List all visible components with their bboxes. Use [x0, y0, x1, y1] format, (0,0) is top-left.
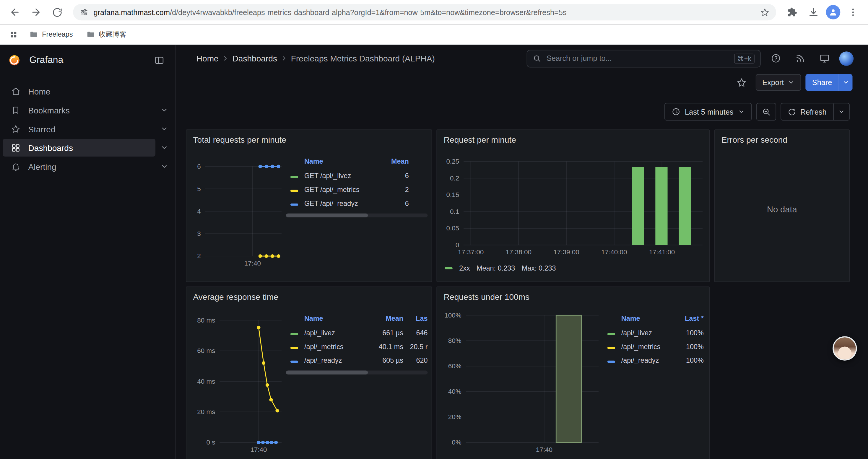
legend-series-name: GET /api/_readyz — [304, 199, 373, 207]
bookmark-item-freeleaps[interactable]: Freeleaps — [24, 27, 78, 42]
back-button[interactable] — [6, 3, 25, 22]
svg-text:40%: 40% — [448, 388, 462, 395]
panel-requests-under-100ms: Requests under 100ms 100%80%60%40%20%0%1… — [436, 287, 710, 459]
breadcrumb-home[interactable]: Home — [196, 54, 219, 63]
browser-profile-avatar[interactable] — [826, 5, 840, 20]
sidebar-item-alerting[interactable]: Alerting — [0, 157, 176, 176]
site-controls-icon[interactable] — [80, 8, 89, 17]
legend-row[interactable]: /api/_livez661 µs646 — [286, 326, 428, 340]
sidebar-item-bookmarks[interactable]: Bookmarks — [0, 101, 176, 120]
panel-title[interactable]: Requests under 100ms — [444, 292, 529, 302]
legend-column-header[interactable]: Name — [621, 315, 668, 322]
sidebar-brand: Grafana — [0, 45, 176, 75]
legend-scrollbar[interactable] — [286, 214, 428, 218]
legend-series-name: GET /api/_livez — [304, 172, 373, 179]
legend-column-header[interactable]: Name — [304, 158, 373, 165]
sidebar-collapse-icon[interactable] — [152, 53, 167, 67]
svg-text:20 ms: 20 ms — [197, 408, 215, 416]
chevron-down-icon[interactable] — [160, 106, 168, 114]
legend-column-header[interactable]: Name — [304, 315, 367, 322]
share-dropdown-icon[interactable] — [839, 74, 852, 91]
url-path: /d/deytv4rwavabkb/freeleaps-metrics-dash… — [170, 8, 567, 16]
refresh-button-group: Refresh — [780, 103, 850, 121]
svg-text:40 ms: 40 ms — [197, 378, 215, 385]
folder-icon — [86, 30, 95, 39]
legend-row[interactable]: /api/_readyz100% — [603, 354, 706, 367]
address-bar[interactable]: grafana.mathmast.com/d/deytv4rwavabkb/fr… — [73, 4, 776, 21]
legend-series-name[interactable]: 2xx — [459, 264, 470, 272]
zoom-out-button[interactable] — [756, 103, 776, 121]
browser-menu-icon[interactable] — [844, 3, 863, 22]
svg-text:17:38:00: 17:38:00 — [505, 249, 531, 256]
chevron-down-icon[interactable] — [160, 125, 168, 133]
user-avatar[interactable] — [839, 51, 854, 66]
svg-text:80%: 80% — [448, 337, 462, 345]
legend-row[interactable]: GET /api/_readyz6 — [286, 196, 428, 210]
refresh-button[interactable]: Refresh — [781, 103, 833, 120]
assistant-avatar-button[interactable] — [833, 336, 857, 360]
no-data-message: No data — [715, 130, 849, 282]
svg-text:0 s: 0 s — [206, 438, 215, 446]
legend-series-name: /api/_metrics — [621, 342, 668, 350]
breadcrumb-dashboards[interactable]: Dashboards — [232, 54, 277, 63]
sidebar-item-starred[interactable]: Starred — [0, 119, 176, 138]
legend-value: 6 — [373, 199, 409, 207]
favorite-star-icon[interactable] — [733, 73, 751, 92]
sidebar-item-label: Bookmarks — [28, 105, 69, 115]
panel-title[interactable]: Total requests per minute — [193, 135, 286, 144]
downloads-icon[interactable] — [804, 3, 823, 22]
legend-header: NameMeanLas — [286, 311, 428, 326]
legend-column-header[interactable]: Mean — [367, 315, 403, 322]
legend-row[interactable]: /api/_readyz605 µs620 — [286, 354, 428, 367]
legend-series-name: /api/_livez — [621, 329, 668, 336]
reload-button[interactable] — [48, 3, 66, 22]
chevron-down-icon[interactable] — [160, 144, 168, 152]
legend-column-header[interactable]: Las — [403, 315, 428, 322]
search-box[interactable]: ⌘+k — [527, 50, 761, 67]
avg-response-time-chart[interactable]: 80 ms60 ms40 ms20 ms0 s17:40 — [191, 307, 285, 457]
requests-under-100ms-chart[interactable]: 100%80%60%40%20%0%17:40 — [441, 307, 602, 457]
total-requests-chart[interactable]: 6543217:40 — [191, 150, 285, 278]
legend-column-header[interactable]: Mean — [373, 158, 409, 165]
svg-text:17:41:00: 17:41:00 — [649, 249, 675, 256]
home-icon — [11, 87, 20, 96]
search-input[interactable] — [546, 54, 730, 63]
legend-value: 646 — [403, 329, 428, 336]
legend-scrollbar[interactable] — [286, 371, 428, 374]
grafana-header: Home Dashboards Freeleaps Metrics Dashbo… — [176, 45, 868, 72]
monitor-icon[interactable] — [815, 49, 834, 68]
bookmark-star-icon[interactable] — [760, 7, 770, 17]
rss-icon[interactable] — [790, 49, 809, 68]
dashboard-grid: Total requests per minute 6543217:40 Nam… — [176, 121, 868, 459]
legend-value: 100% — [668, 329, 704, 336]
help-icon[interactable] — [766, 49, 785, 68]
panel-title[interactable]: Request per minute — [444, 135, 516, 144]
legend-row[interactable]: GET /api/_metrics2 — [286, 183, 428, 196]
legend-row[interactable]: GET /api/_livez6 — [286, 169, 428, 183]
legend-row[interactable]: /api/_livez100% — [603, 326, 706, 340]
grafana-app: Grafana Home Bookmarks — [0, 45, 868, 459]
apps-grid-icon[interactable] — [6, 27, 21, 42]
chevron-down-icon[interactable] — [160, 163, 168, 170]
main-content: Home Dashboards Freeleaps Metrics Dashbo… — [176, 45, 868, 459]
legend-row[interactable]: /api/_metrics40.1 ms20.5 r — [286, 340, 428, 354]
svg-text:100%: 100% — [444, 312, 461, 319]
sidebar-item-home[interactable]: Home — [0, 82, 176, 101]
sidebar-item-dashboards[interactable]: Dashboards — [0, 138, 176, 157]
legend-row[interactable]: /api/_metrics100% — [603, 340, 706, 354]
star-icon — [11, 124, 20, 133]
forward-button[interactable] — [27, 3, 45, 22]
export-button[interactable]: Export — [756, 74, 801, 91]
request-per-minute-chart[interactable]: 0.250.20.150.10.05017:37:0017:38:0017:39… — [441, 150, 706, 260]
refresh-interval-dropdown[interactable] — [833, 103, 849, 120]
grafana-logo[interactable] — [8, 54, 20, 66]
extensions-icon[interactable] — [783, 3, 802, 22]
svg-text:0%: 0% — [452, 438, 461, 446]
bookmark-item-blog[interactable]: 收藏博客 — [81, 27, 131, 42]
series-color-swatch — [608, 333, 615, 335]
share-button[interactable]: Share — [805, 74, 838, 91]
series-color-swatch — [608, 360, 615, 362]
legend-column-header[interactable]: Last * — [668, 315, 704, 322]
time-range-picker[interactable]: Last 5 minutes — [664, 103, 752, 121]
panel-title[interactable]: Average response time — [193, 292, 278, 302]
